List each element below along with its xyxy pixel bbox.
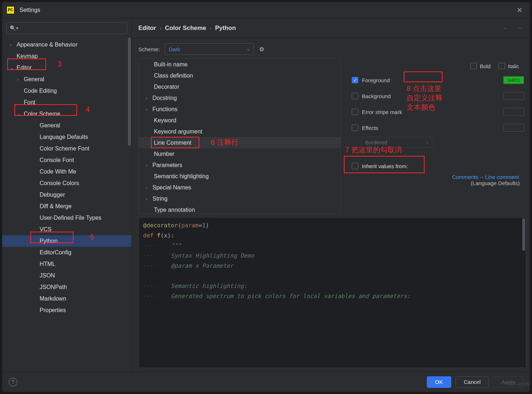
chevron-down-icon: ⌄: [247, 47, 250, 52]
attr-semantic-highlighting[interactable]: Semantic highlighting: [139, 171, 341, 182]
search-input[interactable]: 🔍▾: [6, 22, 127, 34]
sidebar-item-editorconfig[interactable]: EditorConfig: [2, 247, 132, 258]
chevron-down-icon: ⌄: [426, 140, 429, 145]
sidebar-item-keymap[interactable]: Keymap: [2, 51, 132, 62]
attr-number[interactable]: Number: [139, 148, 341, 159]
sidebar-item-diff-merge[interactable]: Diff & Merge: [2, 201, 132, 212]
attr-keyword[interactable]: Keyword: [139, 115, 341, 126]
dialog-footer: ? OK Cancel Apply: [2, 372, 530, 392]
titlebar: PC Settings ✕: [2, 2, 530, 18]
sidebar-item-html[interactable]: HTML: [2, 258, 132, 270]
bold-checkbox[interactable]: Bold: [470, 63, 491, 69]
foreground-swatch[interactable]: 1AAD31: [503, 76, 524, 84]
italic-checkbox[interactable]: Italic: [498, 63, 519, 69]
inherit-checkbox[interactable]: [352, 163, 358, 169]
scheme-value: Dark: [169, 46, 180, 52]
attr-docstring[interactable]: ›Docstring: [139, 92, 341, 104]
settings-dialog: PC Settings ✕ 🔍▾ 3 4 5 Appearance & Beha…: [2, 2, 530, 392]
crumb-color-scheme[interactable]: Color Scheme: [165, 25, 206, 32]
style-panel: Bold Italic ✓ Foreground 1AAD31 Backgrou…: [344, 58, 528, 214]
app-icon: PC: [6, 6, 14, 14]
sidebar-item-appearance-behavior[interactable]: Appearance & Behavior: [2, 39, 132, 51]
attr-line-comment[interactable]: Line Comment: [139, 137, 341, 148]
settings-tree[interactable]: 3 4 5 Appearance & BehaviorKeymapEditorG…: [2, 37, 132, 372]
sidebar-item-console-colors[interactable]: Console Colors: [2, 178, 132, 189]
error-stripe-swatch[interactable]: [503, 108, 524, 116]
background-label: Background: [362, 93, 391, 99]
sidebar-item-editor[interactable]: Editor: [2, 62, 132, 74]
gear-icon[interactable]: ⚙: [259, 46, 264, 53]
background-swatch[interactable]: [503, 92, 524, 100]
sidebar-item-jsonpath[interactable]: JSONPath: [2, 281, 132, 293]
attr-functions[interactable]: ›Functions: [139, 104, 341, 115]
settings-sidebar: 🔍▾ 3 4 5 Appearance & BehaviorKeymapEdit…: [2, 18, 132, 372]
sidebar-item-user-defined-file-types[interactable]: User-Defined File Types: [2, 212, 132, 224]
inherit-source: (Language Defaults): [352, 180, 520, 186]
sidebar-item-json[interactable]: JSON: [2, 270, 132, 281]
attr-special-names[interactable]: ›Special Names: [139, 182, 341, 193]
error-stripe-label: Error stripe mark: [362, 109, 402, 115]
effects-type-dropdown[interactable]: Bordered ⌄: [361, 137, 433, 148]
sidebar-item-code-editing[interactable]: Code Editing: [2, 85, 132, 97]
foreground-checkbox[interactable]: ✓: [352, 77, 358, 83]
sidebar-item-python[interactable]: Python: [2, 235, 132, 247]
attr-keyword-argument[interactable]: Keyword argument: [139, 126, 341, 137]
cancel-button[interactable]: Cancel: [456, 376, 489, 388]
watermark: CSDN @佐咖: [506, 381, 530, 387]
scrollbar[interactable]: [128, 38, 131, 371]
sidebar-item-markdown[interactable]: Markdown: [2, 293, 132, 305]
sidebar-item-general[interactable]: General: [2, 74, 132, 85]
effects-label: Effects: [362, 125, 378, 131]
attr-decorator[interactable]: Decorator: [139, 81, 341, 92]
sidebar-item-console-font[interactable]: Console Font: [2, 154, 132, 166]
breadcrumb: Editor › Color Scheme › Python ← →: [132, 18, 530, 38]
attr-parameters[interactable]: ›Parameters: [139, 159, 341, 171]
effects-swatch[interactable]: [503, 124, 524, 132]
inherit-label: Inherit values from:: [362, 163, 408, 169]
background-checkbox[interactable]: [352, 93, 358, 99]
crumb-editor[interactable]: Editor: [138, 25, 156, 32]
window-title: Settings: [19, 7, 40, 13]
nav-forward-icon[interactable]: →: [516, 24, 523, 32]
sidebar-item-color-scheme-font[interactable]: Color Scheme Font: [2, 143, 132, 154]
sidebar-item-properties[interactable]: Properties: [2, 305, 132, 316]
sidebar-item-color-scheme[interactable]: Color Scheme: [2, 108, 132, 120]
sidebar-item-general[interactable]: General: [2, 120, 132, 131]
attr-class-definition[interactable]: Class definition: [139, 70, 341, 81]
sidebar-item-language-defaults[interactable]: Language Defaults: [2, 131, 132, 143]
inherit-link[interactable]: Comments→Line comment: [452, 174, 519, 180]
sidebar-item-vcs[interactable]: VCS: [2, 224, 132, 235]
close-icon[interactable]: ✕: [514, 4, 526, 16]
scrollbar[interactable]: [522, 218, 525, 367]
error-stripe-checkbox[interactable]: [352, 109, 358, 115]
help-icon[interactable]: ?: [9, 378, 17, 386]
main-panel: Editor › Color Scheme › Python ← → Schem…: [132, 18, 530, 372]
sidebar-item-debugger[interactable]: Debugger: [2, 189, 132, 201]
attr-built-in-name[interactable]: Built-in name: [139, 59, 341, 70]
code-preview: @decorator(param=1) def f(x): ···· """ ·…: [138, 217, 526, 368]
attr-string[interactable]: ›String: [139, 193, 341, 204]
scheme-label: Scheme:: [138, 46, 160, 52]
scheme-dropdown[interactable]: Dark ⌄: [165, 43, 254, 55]
foreground-label: Foreground: [362, 77, 390, 83]
crumb-python: Python: [215, 25, 236, 32]
attr-type-annotation[interactable]: Type annotation: [139, 204, 341, 214]
dialog-body: 🔍▾ 3 4 5 Appearance & BehaviorKeymapEdit…: [2, 18, 530, 372]
sidebar-item-font[interactable]: Font: [2, 97, 132, 108]
attribute-tree[interactable]: Built-in nameClass definitionDecorator›D…: [138, 58, 341, 214]
nav-back-icon[interactable]: ←: [502, 24, 510, 32]
effects-checkbox[interactable]: [352, 124, 358, 131]
search-icon: 🔍: [10, 25, 16, 31]
ok-button[interactable]: OK: [427, 376, 451, 388]
sidebar-item-code-with-me[interactable]: Code With Me: [2, 166, 132, 178]
